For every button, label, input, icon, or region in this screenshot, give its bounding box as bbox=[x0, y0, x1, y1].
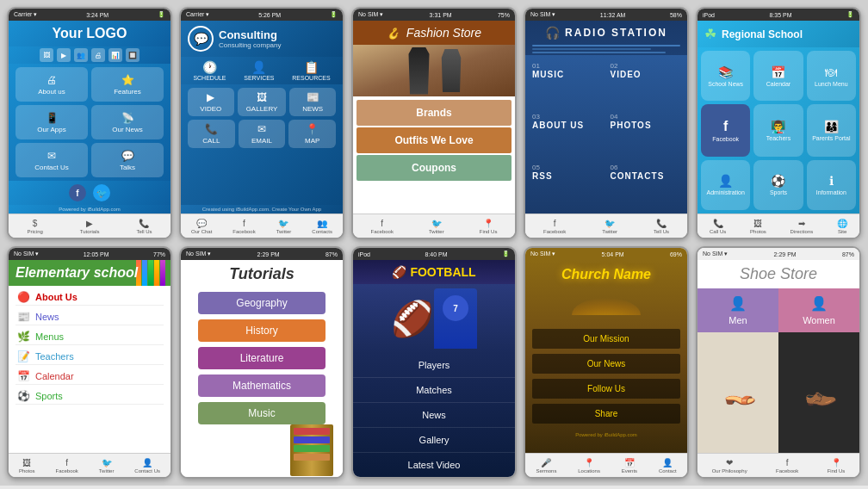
video-btn[interactable]: ▶ VIDEO bbox=[188, 88, 234, 116]
services-icon: 👤 bbox=[251, 60, 266, 74]
radio-video[interactable]: 02 VIDEO bbox=[607, 59, 685, 108]
facebook-tab[interactable]: f Facebook bbox=[232, 219, 255, 234]
num-03: 03 bbox=[532, 113, 603, 121]
call-btn[interactable]: 📞 CALL bbox=[188, 120, 235, 148]
tw-tab-6[interactable]: 🐦 Twitter bbox=[99, 458, 115, 474]
email-btn[interactable]: ✉ EMAIL bbox=[239, 120, 286, 148]
site-tab[interactable]: 🌐 Site bbox=[837, 219, 847, 234]
tw-tab-4[interactable]: 🐦 Twitter bbox=[602, 219, 617, 234]
follow-us-item[interactable]: Follow Us bbox=[532, 379, 680, 399]
status-bar-4: No SIM ▾ 11:32 AM 58% bbox=[525, 9, 687, 21]
bottom-bar-1: $ Pricing ▶ Tutorials 📞 Tell Us bbox=[9, 214, 170, 238]
jersey-number: 7 bbox=[443, 295, 468, 321]
our-mission-item[interactable]: Our Mission bbox=[532, 329, 680, 349]
talks-btn[interactable]: 💬 Talks bbox=[91, 143, 164, 177]
share-item[interactable]: Share bbox=[532, 404, 680, 424]
email-icon: ✉ bbox=[257, 123, 266, 135]
latest-video-item[interactable]: Latest Video bbox=[353, 453, 515, 478]
teachers-icon-6: 📝 bbox=[17, 350, 30, 362]
events-tab[interactable]: 📅 Events bbox=[622, 458, 637, 474]
time-5: 8:35 PM bbox=[769, 12, 791, 18]
our-chat-tab[interactable]: 💬 Our Chat bbox=[191, 219, 212, 234]
radio-music[interactable]: 01 MUSIC bbox=[529, 59, 606, 108]
radio-about[interactable]: 03 ABOUT US bbox=[529, 109, 606, 159]
directions-tab[interactable]: ➡ Directions bbox=[790, 219, 814, 234]
teachers-btn-5[interactable]: 👨‍🏫 Teachers bbox=[753, 104, 803, 156]
findus-tab-3[interactable]: 📍 Find Us bbox=[480, 219, 498, 234]
facebook-btn-5[interactable]: f Facebook bbox=[701, 104, 750, 156]
literature-item[interactable]: Literature bbox=[198, 347, 326, 369]
matches-item[interactable]: Matches bbox=[353, 378, 515, 403]
tw-tab-3[interactable]: 🐦 Twitter bbox=[429, 219, 444, 234]
radio-rss[interactable]: 05 RSS bbox=[529, 160, 606, 210]
contacts-tab[interactable]: 👥 Contacts bbox=[312, 219, 332, 234]
history-item[interactable]: History bbox=[198, 319, 326, 342]
women-tab[interactable]: 👤 Women bbox=[778, 288, 859, 332]
callus-tab[interactable]: 📞 Call Us bbox=[710, 219, 726, 234]
radio-photos[interactable]: 04 PHOTOS bbox=[607, 109, 685, 159]
calendar-item-6[interactable]: 📅 Calendar bbox=[16, 368, 164, 385]
map-btn[interactable]: 📍 MAP bbox=[288, 120, 336, 148]
resources-nav[interactable]: 📋 RESOURCES bbox=[292, 60, 330, 81]
findus-tab-10[interactable]: 📍 Find Us bbox=[828, 458, 846, 474]
twitter-icon[interactable]: 🐦 bbox=[93, 184, 110, 201]
coupons-item[interactable]: Coupons bbox=[356, 155, 512, 181]
contact-tab-6[interactable]: 👤 Contact Us bbox=[134, 458, 160, 474]
fb-tab-4[interactable]: f Facebook bbox=[543, 219, 566, 234]
geography-item[interactable]: Geography bbox=[198, 292, 326, 314]
photos-tab-5[interactable]: 🖼 Photos bbox=[750, 219, 766, 234]
admin-btn[interactable]: 👤 Administration bbox=[701, 160, 750, 210]
locations-tab[interactable]: 📍 Locations bbox=[578, 458, 600, 474]
about-us-item[interactable]: 🔴 About Us bbox=[16, 289, 164, 306]
radio-contacts[interactable]: 06 CONTACTS bbox=[607, 160, 685, 210]
tellus-tab-4[interactable]: 📞 Tell Us bbox=[654, 219, 669, 234]
news-item-6[interactable]: 📰 News bbox=[16, 309, 164, 325]
time-8: 8:40 PM bbox=[425, 251, 447, 257]
news-icon-6: 📰 bbox=[17, 311, 30, 323]
players-item[interactable]: Players bbox=[353, 353, 515, 378]
sports-btn-5[interactable]: ⚽ Sports bbox=[753, 160, 803, 210]
philosophy-tab[interactable]: ❤ Our Philosophy bbox=[712, 458, 747, 474]
sports-item-6[interactable]: ⚽ Sports bbox=[16, 388, 164, 405]
schedule-nav[interactable]: 🕐 SCHEDULE bbox=[193, 60, 226, 81]
fb-tab-6[interactable]: f Facebook bbox=[56, 458, 78, 474]
time-3: 3:31 PM bbox=[430, 12, 452, 18]
men-tab[interactable]: 👤 Men bbox=[698, 288, 778, 332]
sermons-tab[interactable]: 🎤 Sermons bbox=[536, 458, 556, 474]
our-news-btn[interactable]: 📡 Our News bbox=[91, 105, 164, 139]
teachers-item-6[interactable]: 📝 Teachers bbox=[16, 349, 164, 365]
pricing-tab[interactable]: $ Pricing bbox=[27, 219, 42, 234]
photos-tab-6[interactable]: 🖼 Photos bbox=[19, 458, 35, 474]
fb-tab-3[interactable]: f Facebook bbox=[371, 219, 394, 234]
brands-item[interactable]: Brands bbox=[356, 100, 512, 126]
menus-item[interactable]: 🌿 Menus bbox=[16, 329, 164, 345]
regional-title: Regional School bbox=[722, 28, 803, 40]
our-news-item-9[interactable]: Our News bbox=[532, 354, 680, 374]
fb-tab-10[interactable]: f Facebook bbox=[776, 458, 798, 474]
gallery-item-8[interactable]: Gallery bbox=[353, 428, 515, 453]
facebook-icon[interactable]: f bbox=[69, 184, 86, 201]
tutorials-tab[interactable]: ▶ Tutorials bbox=[80, 219, 100, 234]
about-us-btn[interactable]: 🖨 About us bbox=[16, 67, 88, 102]
calendar-btn-5[interactable]: 📅 Calendar bbox=[753, 51, 803, 101]
news-item-8[interactable]: News bbox=[353, 403, 515, 428]
mathematics-item[interactable]: Mathematics bbox=[198, 374, 326, 397]
parents-btn[interactable]: 👨‍👩‍👦 Parents Portal bbox=[807, 104, 856, 156]
contact-tab-9[interactable]: 👤 Contact bbox=[659, 458, 677, 474]
menus-label: Menus bbox=[35, 331, 64, 342]
features-btn[interactable]: ⭐ Features bbox=[91, 67, 164, 102]
gallery-btn[interactable]: 🖼 GALLERY bbox=[238, 88, 287, 116]
info-btn[interactable]: ℹ Information bbox=[807, 160, 856, 210]
school-news-btn[interactable]: 📚 School News bbox=[701, 51, 750, 101]
news-btn[interactable]: 📰 NEWS bbox=[289, 88, 336, 116]
small-icon: 🖼 bbox=[40, 48, 53, 62]
twitter-tab[interactable]: 🐦 Twitter bbox=[276, 219, 292, 234]
our-apps-btn[interactable]: 📱 Our Apps bbox=[16, 105, 88, 139]
photos-label: PHOTOS bbox=[611, 121, 681, 130]
lunch-menu-btn[interactable]: 🍽 Lunch Menu bbox=[807, 51, 856, 101]
services-nav[interactable]: 👤 SERVICES bbox=[244, 60, 274, 81]
contact-us-btn[interactable]: ✉ Contact Us bbox=[16, 143, 88, 177]
outfits-item[interactable]: Outfits We Love bbox=[356, 127, 512, 153]
music-item[interactable]: Music bbox=[198, 402, 326, 424]
tell-us-tab[interactable]: 📞 Tell Us bbox=[136, 219, 152, 234]
